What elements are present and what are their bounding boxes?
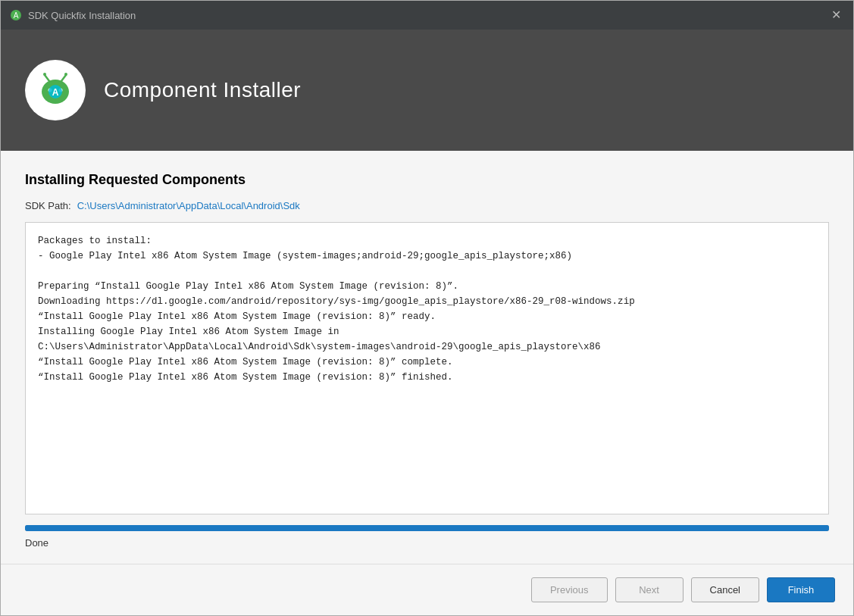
sdk-path-row: SDK Path: C:\Users\Administrator\AppData… — [25, 200, 829, 211]
status-text: Done — [25, 537, 829, 549]
main-content: Installing Requested Components SDK Path… — [1, 151, 853, 564]
close-button[interactable]: ✕ — [828, 6, 844, 24]
window-title: SDK Quickfix Installation — [28, 10, 136, 21]
finish-button[interactable]: Finish — [767, 577, 835, 602]
log-output: Packages to install: - Google Play Intel… — [25, 222, 829, 514]
title-bar: A SDK Quickfix Installation ✕ — [1, 1, 853, 30]
main-window: A SDK Quickfix Installation ✕ — [0, 0, 854, 616]
previous-button[interactable]: Previous — [531, 577, 608, 602]
header-logo: A — [25, 60, 86, 120]
cancel-button[interactable]: Cancel — [691, 577, 759, 602]
android-studio-icon: A — [10, 9, 22, 21]
section-title: Installing Requested Components — [25, 172, 829, 188]
sdk-path-value: C:\Users\Administrator\AppData\Local\And… — [77, 200, 300, 211]
header-banner: A Component Installer — [1, 30, 853, 151]
sdk-path-label: SDK Path: — [25, 200, 71, 211]
svg-point-8 — [64, 73, 67, 76]
svg-text:A: A — [52, 87, 59, 98]
svg-line-5 — [45, 75, 49, 81]
footer: Previous Next Cancel Finish — [1, 564, 853, 615]
title-bar-left: A SDK Quickfix Installation — [10, 9, 136, 21]
progress-bar-container — [25, 525, 829, 531]
svg-point-6 — [43, 73, 46, 76]
android-studio-logo-icon: A — [36, 70, 75, 110]
header-title: Component Installer — [104, 78, 301, 102]
progress-bar-fill — [25, 525, 829, 531]
svg-line-7 — [61, 75, 66, 81]
svg-text:A: A — [14, 11, 19, 20]
next-button[interactable]: Next — [615, 577, 684, 602]
